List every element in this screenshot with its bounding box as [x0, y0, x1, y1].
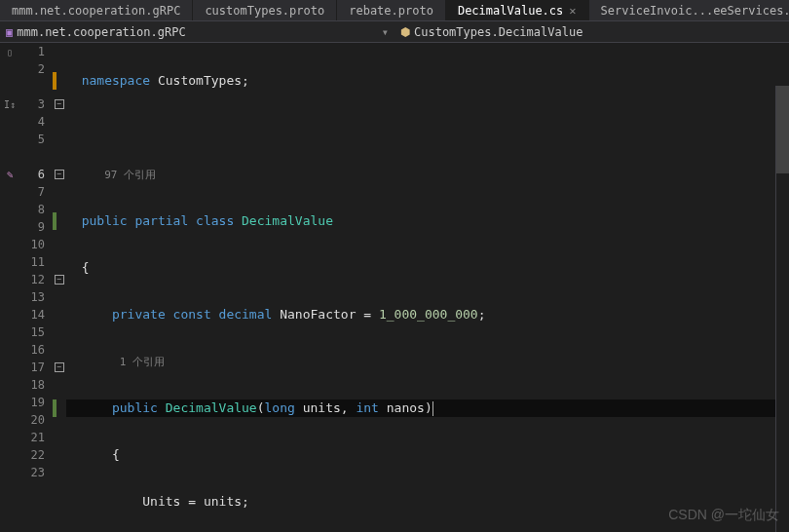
tab-decimalvalue-cs[interactable]: DecimalValue.cs✕	[446, 0, 589, 20]
fold-toggle[interactable]: −	[55, 99, 64, 109]
scrollbar-thumb[interactable]	[776, 86, 789, 173]
code-editor[interactable]: ▯ I↕ ✎ 123 45 678910 1112131415 16171819…	[0, 43, 789, 532]
chevron-down-icon: ▾	[382, 25, 389, 39]
tab-customtypes-proto[interactable]: customTypes.proto	[193, 0, 337, 20]
tab-bar: mmm.net.cooperation.gRPC customTypes.pro…	[0, 0, 789, 21]
codelens-references[interactable]: 97 个引用	[104, 169, 156, 181]
class-icon: ⬢	[400, 25, 410, 39]
context-bar: ▣ mmm.net.cooperation.gRPC ▾ ⬢ CustomTyp…	[0, 21, 789, 43]
line-numbers: 123 45 678910 1112131415 1617181920 2122…	[19, 43, 53, 532]
fold-toggle[interactable]: −	[55, 170, 64, 179]
tab-grpc[interactable]: mmm.net.cooperation.gRPC	[0, 0, 193, 20]
edit-pen-icon: ✎	[7, 169, 14, 181]
tab-serviceinvoice[interactable]: ServiceInvoic...eeServices.cs	[589, 0, 789, 20]
text-cursor	[432, 401, 433, 416]
fold-toggle[interactable]: −	[55, 362, 64, 372]
bookmark-icon[interactable]: ▯	[7, 47, 13, 57]
tab-rebate-proto[interactable]: rebate.proto	[337, 0, 446, 20]
codelens-references[interactable]: 1 个引用	[120, 356, 165, 368]
glyph-margin: ▯ I↕ ✎	[0, 43, 19, 532]
vertical-scrollbar[interactable]	[775, 86, 789, 532]
fold-toggle[interactable]: −	[55, 275, 64, 285]
close-icon[interactable]: ✕	[569, 4, 576, 18]
insight-icon[interactable]: I↕	[4, 99, 16, 110]
type-dropdown[interactable]: ⬢ CustomTypes.DecimalValue	[394, 23, 789, 41]
project-dropdown[interactable]: ▣ mmm.net.cooperation.gRPC ▾	[0, 23, 394, 41]
csharp-project-icon: ▣	[6, 25, 13, 39]
watermark-text: CSDN @一坨仙女	[668, 507, 779, 524]
fold-gutter: − − − −	[53, 43, 66, 532]
code-area[interactable]: namespace CustomTypes; 97 个引用 public par…	[66, 43, 789, 532]
